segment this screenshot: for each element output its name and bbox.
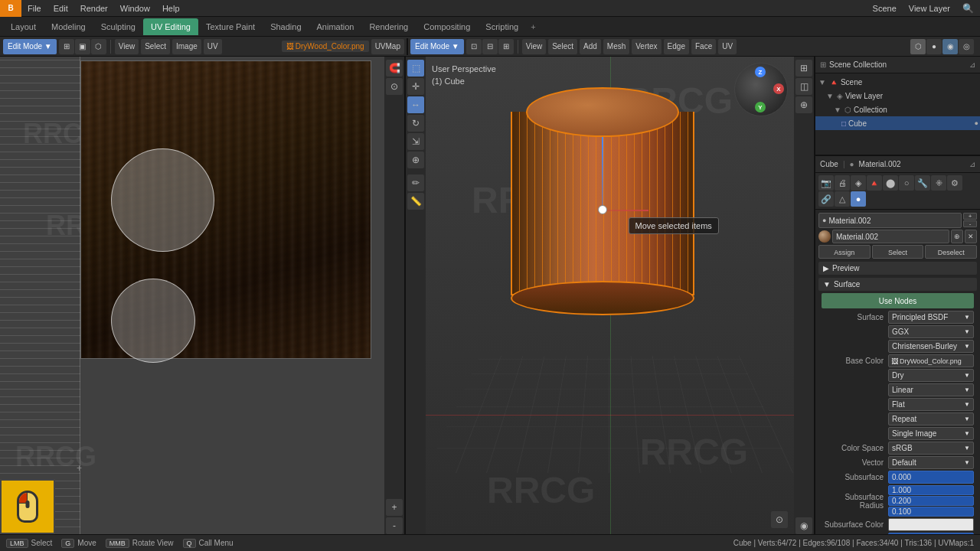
view-menu-uv[interactable]: View: [115, 39, 139, 54]
vp-measure-tool[interactable]: 📏: [407, 193, 424, 210]
mat-assign-btn[interactable]: Assign: [818, 245, 871, 259]
subsurface-r[interactable]: 1.000: [888, 485, 974, 495]
prop-modifier-btn[interactable]: 🔧: [915, 175, 930, 191]
vp-local-view[interactable]: ⊞: [795, 60, 812, 77]
uv-icon-btn-1[interactable]: ⊞: [59, 39, 74, 54]
tab-sculpting[interactable]: Sculpting: [93, 18, 143, 35]
vertex-menu-vp[interactable]: Vertex: [632, 39, 661, 54]
view-menu-vp[interactable]: View: [522, 39, 547, 54]
face-menu-vp[interactable]: Face: [691, 39, 716, 54]
outliner-viewlayer[interactable]: ▼ ◈ View Layer: [815, 89, 980, 103]
ggx-dropdown[interactable]: GGX ▼: [888, 325, 974, 338]
outliner-cube[interactable]: □ Cube ●: [815, 116, 980, 130]
prop-viewlayer-btn[interactable]: ◈: [851, 175, 866, 191]
mat-select-btn[interactable]: Select: [872, 245, 924, 259]
mat-unlink-btn[interactable]: ✕: [965, 230, 977, 243]
menu-file[interactable]: File: [21, 0, 47, 17]
outliner-collection[interactable]: ▼ ⬡ Collection: [815, 103, 980, 116]
edit-mode-btn[interactable]: Edit Mode ▼: [3, 39, 57, 54]
vp-shading-wire[interactable]: ⬡: [910, 39, 926, 54]
base-color-texture[interactable]: 🖼 DryWood_Color.png: [888, 354, 974, 367]
subsurface-b[interactable]: 0.100: [888, 507, 974, 517]
uv-zoom-out[interactable]: -: [386, 517, 403, 534]
tab-animation[interactable]: Animation: [309, 18, 362, 35]
outliner-filter-icon[interactable]: ⊿: [969, 60, 975, 69]
mesh-menu-vp[interactable]: Mesh: [603, 39, 629, 54]
tab-uv-editing[interactable]: UV Editing: [143, 18, 198, 35]
prop-filter-icon[interactable]: ⊿: [969, 160, 975, 168]
uv-icon-btn-3[interactable]: ⬡: [91, 39, 106, 54]
menu-help[interactable]: Help: [156, 0, 186, 17]
subsurface-color-swatch[interactable]: [888, 518, 974, 531]
vp-shading-material[interactable]: ◉: [942, 39, 958, 54]
tab-compositing[interactable]: Compositing: [416, 18, 478, 35]
vp-vert-select[interactable]: ⊡: [466, 39, 482, 54]
menu-render[interactable]: Render: [74, 0, 114, 17]
vp-move-tool[interactable]: ↔: [407, 96, 424, 113]
prop-constraint-btn[interactable]: 🔗: [818, 191, 834, 207]
viewport-canvas[interactable]: RRCG RRCG RRCG RRCG: [426, 57, 794, 534]
scene-selector[interactable]: Scene: [867, 0, 903, 17]
prop-material-btn[interactable]: ●: [851, 191, 866, 207]
vp-gizmo-toggle[interactable]: ⊕: [795, 96, 812, 113]
mat-deselect-btn[interactable]: Deselect: [925, 245, 977, 259]
vp-edge-select[interactable]: ⊟: [482, 39, 498, 54]
vp-zoom-extents[interactable]: ⊙: [771, 511, 788, 528]
menu-edit[interactable]: Edit: [47, 0, 74, 17]
vp-rotate-tool[interactable]: ↻: [407, 115, 424, 132]
mat-copy-btn[interactable]: ⊕: [951, 230, 963, 243]
vp-shading-render[interactable]: ◎: [959, 39, 974, 54]
vp-scale-tool[interactable]: ⇲: [407, 133, 424, 150]
prop-data-btn[interactable]: △: [835, 191, 850, 207]
uv-menu-vp[interactable]: UV: [718, 39, 737, 54]
add-workspace-button[interactable]: +: [526, 22, 540, 31]
linear-dropdown[interactable]: Linear ▼: [888, 383, 974, 396]
use-nodes-btn[interactable]: Use Nodes: [822, 293, 974, 308]
tab-scripting[interactable]: Scripting: [478, 18, 526, 35]
color-space-dropdown[interactable]: sRGB ▼: [888, 442, 974, 455]
tab-texture-paint[interactable]: Texture Paint: [198, 18, 263, 35]
vp-cursor-tool[interactable]: ✛: [407, 78, 424, 95]
vp-annotate-tool[interactable]: ✏: [407, 174, 424, 191]
view-layer-selector[interactable]: View Layer: [903, 0, 956, 17]
outliner-scene[interactable]: ▼ 🔺 Scene: [815, 75, 980, 89]
uv-snap-btn[interactable]: 🧲: [386, 60, 403, 77]
single-image-dropdown[interactable]: Single Image ▼: [888, 427, 974, 440]
uv-canvas[interactable]: RRCG RRCG RRCG: [0, 57, 404, 534]
vector-dropdown[interactable]: Default ▼: [888, 456, 974, 469]
uv-zoom-in[interactable]: +: [386, 499, 403, 516]
blender-logo[interactable]: B: [0, 0, 21, 17]
flat-dropdown[interactable]: Flat ▼: [888, 398, 974, 411]
navigation-gizmo[interactable]: X Y Z: [734, 63, 788, 116]
vp-shading-solid[interactable]: ●: [926, 39, 942, 54]
tab-rendering[interactable]: Rendering: [361, 18, 416, 35]
prop-particles-btn[interactable]: ⁜: [931, 175, 946, 191]
mat-add-slot-btn[interactable]: +: [963, 213, 977, 220]
select-menu-uv[interactable]: Select: [141, 39, 170, 54]
add-menu-vp[interactable]: Add: [580, 39, 601, 54]
uv-icon-btn-2[interactable]: ▣: [75, 39, 90, 54]
vp-select-tool[interactable]: ⬚: [407, 60, 424, 77]
uvmap-dropdown[interactable]: UVMap: [371, 39, 404, 54]
uv-menu[interactable]: UV: [204, 39, 222, 54]
prop-output-btn[interactable]: 🖨: [835, 175, 850, 191]
tab-shading[interactable]: Shading: [263, 18, 309, 35]
tab-modeling[interactable]: Modeling: [44, 18, 93, 35]
prop-world-btn[interactable]: ⬤: [883, 175, 898, 191]
prop-scene-btn[interactable]: 🔺: [867, 175, 882, 191]
preview-header[interactable]: ▶ Preview: [818, 262, 977, 275]
surface-header[interactable]: ▼ Surface: [818, 278, 977, 291]
dry-dropdown[interactable]: Dry ▼: [888, 369, 974, 382]
mat-remove-slot-btn[interactable]: -: [963, 220, 977, 227]
prop-obj-btn[interactable]: ○: [899, 175, 914, 191]
3d-edit-mode-btn[interactable]: Edit Mode ▼: [410, 39, 464, 54]
edge-menu-vp[interactable]: Edge: [664, 39, 689, 54]
subsurface-value[interactable]: 0.000: [888, 471, 974, 484]
mat-name-field[interactable]: Material.002: [832, 230, 949, 243]
metallic-value[interactable]: 0.000: [888, 533, 974, 534]
repeat-dropdown[interactable]: Repeat ▼: [888, 412, 974, 425]
vp-viewport-shading-toggle[interactable]: ◉: [795, 517, 812, 534]
material-slot-item[interactable]: ● Material.002: [818, 213, 962, 228]
christensen-dropdown[interactable]: Christensen-Burley ▼: [888, 340, 974, 353]
vp-face-select[interactable]: ⊞: [498, 39, 514, 54]
